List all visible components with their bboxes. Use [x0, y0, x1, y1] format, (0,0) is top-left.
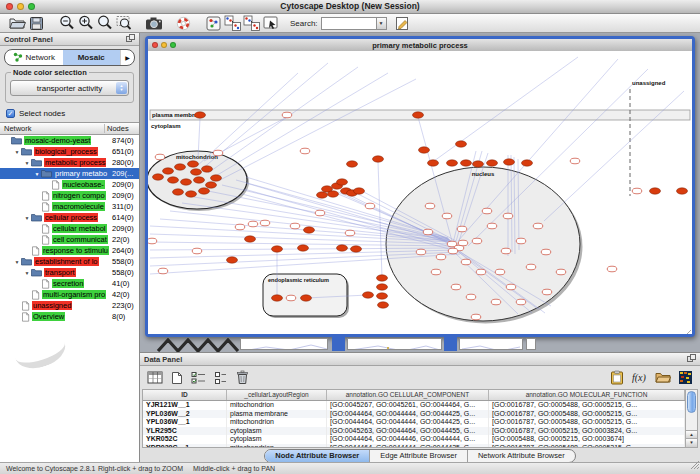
tree-row[interactable]: ▼primary metabo209(... [0, 168, 139, 179]
network-canvas[interactable]: plasma membranecytoplasmnucleusmitochond… [148, 51, 692, 334]
graph-node[interactable] [304, 227, 315, 233]
graph-node[interactable] [345, 230, 355, 236]
graph-node[interactable] [363, 292, 374, 298]
table-column-header[interactable]: ID [143, 390, 227, 400]
zoom-in-button[interactable] [76, 14, 95, 32]
graph-node[interactable] [466, 294, 476, 300]
graph-node[interactable] [173, 189, 184, 195]
graph-node[interactable] [378, 302, 389, 308]
table-row[interactable]: YLR295Ccytoplasm[GO:0045263, GO:0044464,… [143, 427, 685, 436]
tree-row[interactable]: ▼biological_process651(0) [0, 146, 139, 157]
table-row[interactable]: YPL036W__1mitochondrion[GO:0044464, GO:0… [143, 418, 685, 427]
scroll-down-button[interactable]: ▼ [686, 438, 697, 447]
graph-node[interactable] [487, 223, 497, 229]
graph-node[interactable] [153, 174, 164, 180]
tree-row[interactable]: ▼metabolic process280(0) [0, 157, 139, 168]
graph-node[interactable] [213, 150, 223, 156]
graph-node[interactable] [211, 175, 222, 181]
graph-node[interactable] [487, 160, 498, 166]
formula-builder-button[interactable]: f(x) [630, 369, 649, 387]
import-attributes-button[interactable] [607, 369, 626, 387]
tree-expand-arrow[interactable]: ▼ [23, 270, 31, 276]
tree-row[interactable]: ▼establishment of lo558(0) [0, 256, 139, 267]
graph-node[interactable] [516, 299, 526, 305]
graph-node[interactable] [377, 293, 388, 299]
tree-expand-arrow[interactable]: ▼ [33, 171, 41, 177]
graph-node[interactable] [351, 246, 362, 252]
graph-node[interactable] [461, 259, 471, 265]
tree-row[interactable]: nucleobase-209(0) [0, 179, 139, 190]
open-session-button[interactable] [8, 14, 27, 32]
window-resize-grip[interactable] [689, 455, 699, 473]
graph-node[interactable] [195, 112, 206, 118]
tree-row[interactable]: response to stimulu264(0) [0, 245, 139, 256]
clear-attributes-button[interactable] [233, 369, 252, 387]
graph-node[interactable] [158, 268, 168, 274]
graph-node[interactable] [476, 269, 486, 275]
tree-row[interactable]: mosaic-demo-yeast874(0) [0, 135, 139, 146]
window-titlebar[interactable]: Cytoscape Desktop (New Session) [0, 0, 700, 14]
tree-row[interactable]: nitrogen compo209(0) [0, 190, 139, 201]
heatmap-view-button[interactable] [676, 369, 695, 387]
graph-node[interactable] [248, 221, 258, 227]
tab-mosaic[interactable]: Mosaic [63, 50, 121, 65]
graph-node[interactable] [472, 238, 482, 244]
create-attribute-button[interactable] [167, 369, 186, 387]
graph-node[interactable] [541, 249, 551, 255]
graph-node[interactable] [192, 248, 202, 254]
graph-node[interactable] [423, 229, 433, 235]
graph-node[interactable] [542, 289, 552, 295]
graph-node[interactable] [298, 245, 309, 251]
tree-row[interactable]: multi-organism pro42(0) [0, 289, 139, 300]
table-row[interactable]: YJR121W__1mitochondrion[GO:0045267, GO:0… [143, 401, 685, 410]
tab-edge-attribute-browser[interactable]: Edge Attribute Browser [370, 450, 468, 462]
graph-node[interactable] [199, 188, 210, 194]
graph-node[interactable] [650, 188, 661, 194]
table-column-header[interactable]: _cellularLayoutRegion [227, 390, 327, 400]
search-settings-button[interactable] [393, 14, 412, 32]
graph-node[interactable] [501, 248, 511, 254]
float-panel-icon[interactable] [126, 34, 135, 44]
graph-node[interactable] [337, 245, 348, 251]
background-window-corner[interactable] [444, 337, 457, 351]
graph-node[interactable] [373, 156, 384, 162]
tab-node-attribute-browser[interactable]: Node Attribute Browser [265, 450, 370, 462]
graph-node[interactable] [425, 203, 435, 209]
tree-row[interactable]: secretion41(0) [0, 278, 139, 289]
graph-node[interactable] [337, 179, 348, 185]
tree-expand-arrow[interactable]: ▼ [23, 160, 31, 166]
tab-network-attribute-browser[interactable]: Network Attribute Browser [468, 450, 575, 462]
tree-row[interactable]: cell communicat22(0) [0, 234, 139, 245]
graph-node[interactable] [188, 161, 199, 167]
graph-node[interactable] [526, 264, 536, 270]
tab-network[interactable]: Network [5, 50, 63, 65]
graph-node[interactable] [413, 112, 424, 118]
graph-node[interactable] [175, 164, 186, 170]
graph-node[interactable] [282, 112, 292, 118]
graph-node[interactable] [245, 236, 256, 242]
tree-row[interactable]: macromolecule311(0) [0, 201, 139, 212]
graph-node[interactable] [227, 257, 238, 263]
graph-node[interactable] [191, 169, 202, 175]
graph-node[interactable] [495, 269, 505, 275]
graph-node[interactable] [533, 223, 543, 229]
graph-node[interactable] [607, 266, 617, 272]
graph-node[interactable] [416, 249, 426, 255]
graph-node[interactable] [163, 168, 174, 174]
table-column-header[interactable]: annotation.GO CELLULAR_COMPONENT [327, 390, 489, 400]
graph-node[interactable] [491, 299, 501, 305]
search-dropdown-button[interactable]: ▼ [376, 17, 387, 30]
import-ontology-button[interactable] [242, 14, 261, 32]
graph-node[interactable] [570, 158, 580, 164]
graph-node[interactable] [194, 177, 205, 183]
graph-node[interactable] [482, 208, 492, 214]
tree-expand-arrow[interactable]: ▼ [23, 215, 31, 221]
tree-row[interactable]: cellular metabol209(0) [0, 223, 139, 234]
graph-node[interactable] [315, 210, 325, 216]
graph-node[interactable] [377, 284, 388, 290]
zoom-fit-button[interactable] [95, 14, 114, 32]
table-column-header[interactable]: annotation.GO MOLECULAR_FUNCTION [489, 390, 685, 400]
tree-row[interactable]: Overview8(0) [0, 311, 139, 322]
graph-node[interactable] [436, 254, 446, 260]
graph-node[interactable] [301, 295, 312, 301]
